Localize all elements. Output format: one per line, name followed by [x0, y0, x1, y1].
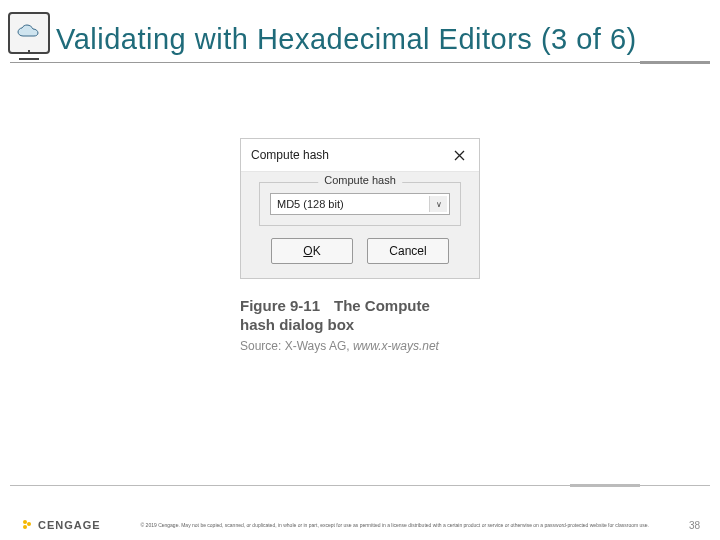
select-value: MD5 (128 bit) — [277, 198, 344, 210]
brand-logo: CENGAGE — [20, 518, 101, 532]
footer-divider — [10, 485, 710, 486]
fieldset-label: Compute hash — [318, 174, 402, 186]
dialog-titlebar: Compute hash — [241, 139, 479, 172]
figure-desc-2: hash dialog box — [240, 316, 480, 333]
cancel-button[interactable]: Cancel — [367, 238, 449, 264]
page-number: 38 — [689, 520, 700, 531]
page-title: Validating with Hexadecimal Editors (3 o… — [56, 23, 637, 56]
ok-button[interactable]: OK — [271, 238, 353, 264]
hash-algorithm-select[interactable]: MD5 (128 bit) ∨ — [270, 193, 450, 215]
figure-source: Source: X-Ways AG, www.x-ways.net — [240, 339, 480, 353]
svg-point-1 — [27, 522, 31, 526]
copyright-text: © 2019 Cengage. May not be copied, scann… — [101, 522, 689, 529]
figure-desc-1: The Compute — [334, 297, 430, 314]
brand-icon — [20, 518, 34, 532]
header-divider — [10, 62, 710, 63]
brand-text: CENGAGE — [38, 519, 101, 531]
compute-hash-fieldset: Compute hash MD5 (128 bit) ∨ — [259, 182, 461, 226]
dialog-title: Compute hash — [251, 148, 329, 162]
figure-caption: Figure 9-11The Compute hash dialog box S… — [240, 297, 480, 353]
figure-number: Figure 9-11 — [240, 297, 320, 314]
cloud-monitor-icon — [8, 12, 50, 54]
svg-point-2 — [23, 525, 27, 529]
chevron-down-icon: ∨ — [429, 196, 447, 212]
svg-point-0 — [23, 520, 27, 524]
close-icon — [454, 150, 465, 161]
compute-hash-dialog: Compute hash Compute hash MD5 (128 bit) … — [240, 138, 480, 279]
close-button[interactable] — [447, 145, 471, 165]
